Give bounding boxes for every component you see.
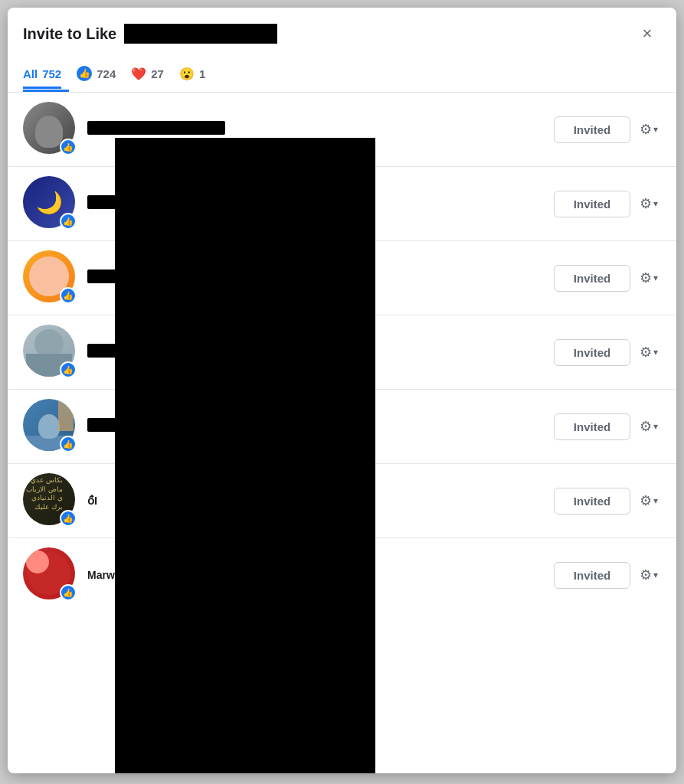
tab-all-label: All xyxy=(23,67,38,80)
avatar: 👍 xyxy=(23,547,78,603)
tab-love-count: 27 xyxy=(151,67,164,80)
love-reaction-icon: ❤️ xyxy=(131,66,146,81)
tab-all[interactable]: All 752 xyxy=(23,61,61,89)
reaction-badge-5: 👍 xyxy=(60,436,77,452)
user-actions-6: Invited ⚙ ▾ xyxy=(554,488,661,514)
gear-icon-4: ⚙ xyxy=(640,344,652,361)
avatar: 👍 xyxy=(23,250,78,305)
close-button[interactable]: × xyxy=(633,20,661,47)
gear-icon-1: ⚙ xyxy=(640,121,652,138)
title-text: Invite to Like xyxy=(23,25,116,43)
settings-button-4[interactable]: ⚙ ▾ xyxy=(637,341,661,364)
tab-like-count: 724 xyxy=(97,67,116,80)
user-actions-1: Invited ⚙ ▾ xyxy=(554,116,661,143)
chevron-down-icon-7: ▾ xyxy=(653,570,658,580)
reaction-tabs: All 752 👍 724 ❤️ 27 😮 1 xyxy=(8,60,676,90)
chevron-down-icon-3: ▾ xyxy=(653,273,658,283)
user-partial-name-6: ồI xyxy=(87,494,97,507)
gear-icon-3: ⚙ xyxy=(640,270,652,286)
like-reaction-icon: 👍 xyxy=(77,66,92,81)
wow-reaction-icon: 😮 xyxy=(179,66,195,81)
avatar: 👍 xyxy=(23,102,78,157)
reaction-badge-1: 👍 xyxy=(60,139,77,155)
tab-like[interactable]: 👍 724 xyxy=(77,60,116,90)
reaction-badge-6: 👍 xyxy=(60,510,77,527)
invited-button-4[interactable]: Invited xyxy=(554,339,630,366)
tab-wow[interactable]: 😮 1 xyxy=(179,60,205,90)
reaction-badge-3: 👍 xyxy=(60,287,77,304)
invited-button-5[interactable]: Invited xyxy=(554,413,630,440)
invited-button-1[interactable]: Invited xyxy=(554,116,630,143)
user-actions-7: Invited ⚙ ▾ xyxy=(554,562,661,589)
invited-button-2[interactable]: Invited xyxy=(554,191,630,217)
reaction-badge-7: 👍 xyxy=(60,584,77,601)
settings-button-1[interactable]: ⚙ ▾ xyxy=(637,118,661,141)
gear-icon-6: ⚙ xyxy=(640,492,652,509)
tab-wow-count: 1 xyxy=(199,67,205,80)
user-name-area-1 xyxy=(87,121,554,138)
user-actions-4: Invited ⚙ ▾ xyxy=(554,339,661,366)
invited-button-7[interactable]: Invited xyxy=(554,562,630,589)
chevron-down-icon-2: ▾ xyxy=(653,198,658,209)
settings-button-7[interactable]: ⚙ ▾ xyxy=(637,564,661,586)
reaction-badge-2: 👍 xyxy=(60,213,77,230)
chevron-down-icon-1: ▾ xyxy=(653,124,658,135)
settings-button-2[interactable]: ⚙ ▾ xyxy=(637,192,661,215)
user-actions-2: Invited ⚙ ▾ xyxy=(554,191,661,217)
settings-button-3[interactable]: ⚙ ▾ xyxy=(637,266,661,289)
invite-to-like-modal: Invite to Like × All 752 👍 724 ❤️ 27 😮 1 xyxy=(8,8,676,773)
invited-button-3[interactable]: Invited xyxy=(554,265,630,292)
user-name-1 xyxy=(87,121,225,135)
gear-icon-5: ⚙ xyxy=(640,418,652,435)
modal-title: Invite to Like xyxy=(23,24,277,44)
avatar: 👍 xyxy=(23,399,78,454)
chevron-down-icon-4: ▾ xyxy=(653,347,658,358)
tab-love[interactable]: ❤️ 27 xyxy=(131,60,164,90)
gear-icon-2: ⚙ xyxy=(640,195,652,212)
title-redacted-text xyxy=(124,24,277,44)
avatar: 👍 xyxy=(23,325,78,380)
user-actions-3: Invited ⚙ ▾ xyxy=(554,265,661,292)
modal-header: Invite to Like × xyxy=(8,8,676,57)
reaction-badge-4: 👍 xyxy=(60,361,77,378)
settings-button-6[interactable]: ⚙ ▾ xyxy=(637,489,661,512)
avatar: بكاس عديماض الاريابي الدنياديبرك عليك 👍 xyxy=(23,473,78,528)
redacted-overlay xyxy=(115,138,375,773)
invited-button-6[interactable]: Invited xyxy=(554,488,630,514)
user-actions-5: Invited ⚙ ▾ xyxy=(554,413,661,440)
tab-all-count: 752 xyxy=(42,67,61,80)
avatar: 🌙 👍 xyxy=(23,176,78,231)
chevron-down-icon-6: ▾ xyxy=(653,495,658,506)
settings-button-5[interactable]: ⚙ ▾ xyxy=(637,415,661,438)
chevron-down-icon-5: ▾ xyxy=(653,421,658,432)
gear-icon-7: ⚙ xyxy=(640,567,652,583)
